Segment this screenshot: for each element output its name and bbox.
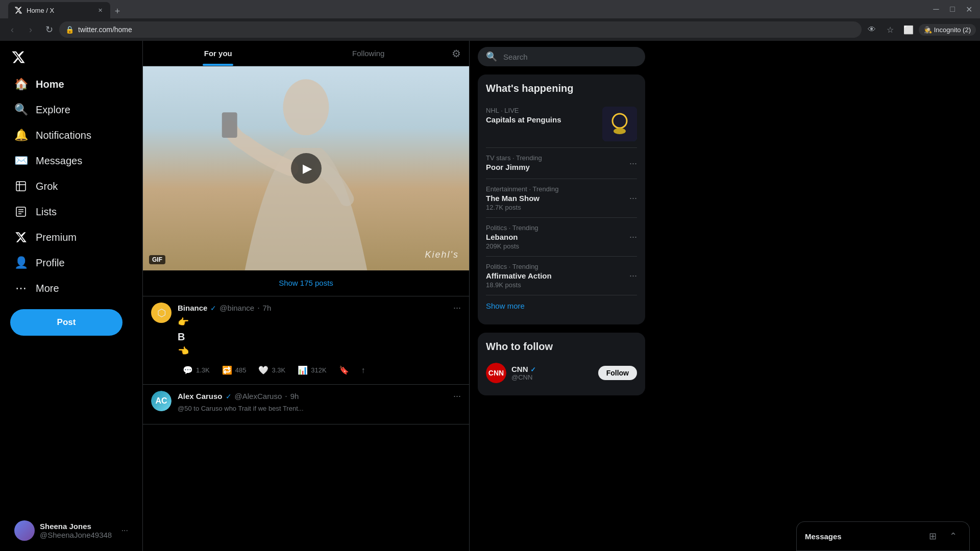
feed-scroll[interactable]: ▶ GIF Kiehl's Show 175 posts ⬡ Binance ✓ (143, 66, 469, 551)
right-sidebar: 🔍 Search What's happening NHL · LIVE Cap… (470, 41, 653, 551)
tweet-binance-more-btn[interactable]: ··· (453, 303, 461, 313)
explore-icon: 🔍 (14, 103, 28, 116)
trending-entertainment-more-btn[interactable]: ··· (629, 193, 637, 204)
tab-close-btn[interactable]: ✕ (96, 6, 104, 14)
trending-affirmative-more-btn[interactable]: ··· (629, 270, 637, 281)
tweet-alex-more-btn[interactable]: ··· (453, 391, 461, 402)
bookmark-action[interactable]: 🔖 (334, 362, 354, 378)
sidebar: 🏠 Home 🔍 Explore 🔔 Notifications ✉️ Mess… (0, 41, 143, 551)
sidebar-toggle-btn[interactable]: ⬜ (900, 21, 917, 38)
post-button[interactable]: Post (10, 309, 122, 336)
follow-item-cnn: CNN CNN ✓ @CNN Follow (486, 359, 637, 387)
sidebar-item-grok-label: Grok (36, 181, 58, 192)
back-btn[interactable]: ‹ (4, 21, 20, 38)
trending-item-nhl[interactable]: NHL · LIVE Capitals at Penguins (486, 101, 637, 148)
reply-action[interactable]: 💬 1.3K (178, 362, 215, 378)
trending-item-entertainment[interactable]: Entertainment · Trending The Man Show 12… (486, 179, 637, 218)
url-text: twitter.com/home (78, 26, 855, 34)
tweet-alex: AC Alex Caruso ✓ @AlexCaruso · 9h ··· @5… (143, 385, 469, 424)
cnn-handle: @CNN (511, 373, 536, 381)
page: 🏠 Home 🔍 Explore 🔔 Notifications ✉️ Mess… (0, 41, 980, 551)
heart-icon: 🤍 (258, 365, 268, 375)
reload-btn[interactable]: ↻ (41, 21, 57, 38)
share-action[interactable]: ↑ (356, 363, 371, 378)
messages-header: Messages ⊞ ⌃ (797, 522, 969, 551)
trending-entertainment-meta: Entertainment · Trending (486, 185, 629, 193)
minimize-btn[interactable]: ─ (929, 2, 943, 16)
sidebar-item-messages[interactable]: ✉️ Messages (6, 148, 136, 173)
feed-header: For you Following ⚙ (143, 41, 469, 66)
incognito-badge[interactable]: 🕵 Incognito (2) (919, 24, 976, 36)
video-play-overlay[interactable]: ▶ (143, 66, 469, 270)
sidebar-item-premium[interactable]: Premium (6, 224, 136, 250)
trending-tv-more-btn[interactable]: ··· (629, 158, 637, 169)
premium-icon (14, 231, 28, 244)
trending-item-tv[interactable]: TV stars · Trending Poor Jimmy ··· (486, 148, 637, 179)
trending-lebanon-info: Politics · Trending Lebanon 209K posts (486, 224, 629, 250)
trending-item-lebanon[interactable]: Politics · Trending Lebanon 209K posts ·… (486, 218, 637, 257)
retweet-action[interactable]: 🔁 485 (217, 362, 252, 378)
binance-verified-icon: ✓ (210, 304, 216, 312)
close-btn[interactable]: ✕ (962, 2, 976, 16)
cnn-follow-button[interactable]: Follow (598, 366, 637, 380)
x-logo[interactable] (6, 45, 31, 69)
user-avatar (14, 520, 35, 541)
user-info[interactable]: Sheena Jones @SheenaJone49348 ··· (6, 514, 136, 547)
sidebar-item-explore[interactable]: 🔍 Explore (6, 97, 136, 122)
show-posts-link[interactable]: Show 175 posts (279, 279, 333, 287)
sidebar-item-profile[interactable]: 👤 Profile (6, 250, 136, 276)
browser-titlebar: Home / X ✕ + ─ □ ✕ (0, 0, 980, 18)
new-tab-btn[interactable]: + (110, 4, 125, 18)
show-posts-bar: Show 175 posts (143, 270, 469, 296)
alex-handle: @AlexCaruso (235, 392, 282, 400)
share-icon: ↑ (361, 366, 365, 375)
sidebar-item-more[interactable]: ⋯ More (6, 276, 136, 301)
alex-time: 9h (290, 392, 299, 400)
search-box[interactable]: 🔍 Search (478, 47, 645, 66)
eye-slash-icon[interactable]: 👁 (864, 21, 880, 38)
feed-settings-icon[interactable]: ⚙ (444, 41, 469, 66)
tweet-binance: ⬡ Binance ✓ @binance · 7h ··· 👉 B 👈 (143, 296, 469, 385)
trending-affirmative-meta: Politics · Trending (486, 263, 629, 270)
who-to-follow-section: Who to follow CNN CNN ✓ @CNN Follow (478, 333, 645, 395)
active-tab[interactable]: Home / X ✕ (8, 2, 110, 18)
trending-tv-label: Poor Jimmy (486, 163, 629, 171)
messages-grid-icon[interactable]: ⊞ (924, 528, 941, 544)
svg-rect-10 (602, 107, 637, 141)
tab-for-you[interactable]: For you (143, 41, 293, 66)
trending-lebanon-count: 209K posts (486, 242, 629, 250)
sidebar-item-lists[interactable]: Lists (6, 199, 136, 224)
messages-collapse-icon[interactable]: ⌃ (945, 528, 961, 544)
cnn-name: CNN ✓ (511, 365, 536, 373)
maximize-btn[interactable]: □ (945, 2, 960, 16)
trending-item-affirmative[interactable]: Politics · Trending Affirmative Action 1… (486, 257, 637, 295)
search-placeholder: Search (503, 53, 528, 61)
show-more-link[interactable]: Show more (486, 295, 637, 316)
messages-panel: Messages ⊞ ⌃ (796, 521, 970, 551)
sidebar-item-notifications[interactable]: 🔔 Notifications (6, 122, 136, 148)
incognito-label: Incognito (2) (934, 26, 971, 34)
trending-nhl-image (602, 107, 637, 141)
sidebar-item-profile-label: Profile (36, 257, 65, 269)
alex-verified-icon: ✓ (226, 392, 232, 400)
play-button[interactable]: ▶ (291, 153, 322, 184)
trending-lebanon-more-btn[interactable]: ··· (629, 232, 637, 242)
sidebar-item-notifications-label: Notifications (36, 130, 91, 141)
like-action[interactable]: 🤍 3.3K (253, 362, 290, 378)
address-bar[interactable]: 🔒 twitter.com/home (59, 21, 862, 38)
sidebar-item-messages-label: Messages (36, 155, 82, 167)
trending-affirmative-info: Politics · Trending Affirmative Action 1… (486, 263, 629, 289)
toolbar-right: 👁 ☆ ⬜ 🕵 Incognito (2) (864, 21, 976, 38)
binance-time: 7h (263, 304, 272, 312)
sidebar-item-grok[interactable]: Grok (6, 173, 136, 199)
star-icon[interactable]: ☆ (882, 21, 898, 38)
trending-tv-meta: TV stars · Trending (486, 154, 629, 162)
lists-icon (14, 205, 28, 218)
tab-following[interactable]: Following (293, 41, 444, 66)
sidebar-item-home[interactable]: 🏠 Home (6, 71, 136, 97)
who-to-follow-title: Who to follow (486, 341, 637, 353)
views-action[interactable]: 📊 312K (292, 362, 331, 378)
forward-btn[interactable]: › (22, 21, 39, 38)
views-count: 312K (311, 366, 326, 374)
alex-tweet-text: @50 to Caruso who Trait if we best Trent… (178, 404, 461, 414)
